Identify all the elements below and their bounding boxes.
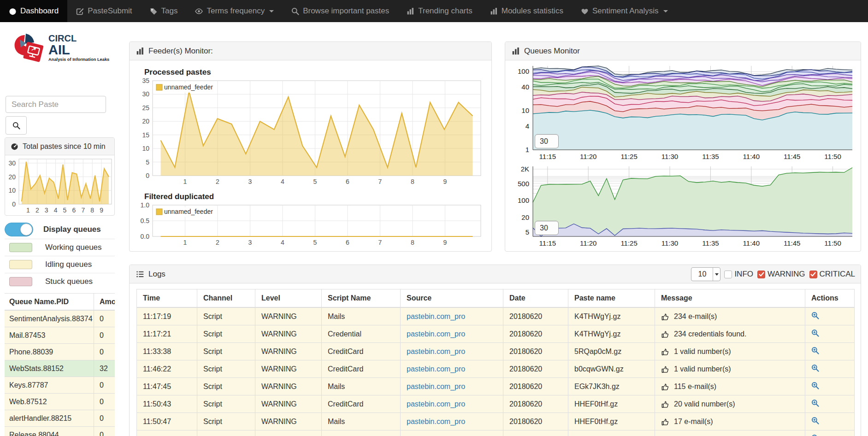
filter-label: CRITICAL [820, 270, 855, 279]
show-paste-button[interactable] [811, 417, 819, 426]
log-time: 11:51:34 [136, 430, 197, 436]
nav-item-pastesubmit[interactable]: PasteSubmit [67, 0, 141, 22]
check-icon [759, 271, 764, 277]
log-date: 20180620 [503, 325, 568, 342]
source-link[interactable]: pastebin.com_pro [407, 418, 465, 426]
critical-checkbox[interactable] [809, 271, 817, 278]
filter-info[interactable]: INFO [724, 270, 753, 279]
log-source: pastebin.com_pro [401, 395, 503, 412]
source-link[interactable]: pastebin.com_pro [407, 365, 465, 373]
log-source: pastebin.com_pro [401, 360, 503, 377]
svg-text:7: 7 [378, 239, 382, 246]
svg-text:8: 8 [90, 206, 94, 214]
caret-down-icon [269, 10, 274, 12]
svg-text:10: 10 [521, 106, 529, 114]
svg-text:11:35: 11:35 [702, 153, 719, 160]
source-link[interactable]: pastebin.com_pro [407, 330, 465, 338]
svg-text:20: 20 [142, 118, 149, 125]
show-paste-button[interactable] [811, 312, 819, 321]
queue-amount: 0 [94, 381, 104, 389]
log-channel: Script [197, 413, 255, 430]
filter-critical[interactable]: CRITICAL [809, 270, 855, 279]
svg-text:8: 8 [411, 178, 414, 185]
svg-text:10: 10 [8, 187, 16, 194]
col-header-channel: Channel [197, 289, 255, 307]
feeder-monitor-panel: Feeder(s) Monitor: Processed pastes 0510… [129, 41, 492, 252]
svg-text:1: 1 [26, 206, 30, 214]
nav-item-browse-important-pastes[interactable]: Browse important pastes [283, 0, 398, 22]
svg-text:5: 5 [313, 178, 317, 185]
svg-text:2: 2 [35, 206, 39, 214]
show-paste-button[interactable] [811, 399, 819, 409]
search-button[interactable] [6, 116, 27, 135]
nav-item-label: Dashboard [20, 6, 59, 16]
filtered-duplicated-title: Filtered duplicated [144, 192, 214, 201]
log-level: WARNING [255, 308, 322, 325]
svg-text:3: 3 [45, 206, 48, 214]
log-actions [805, 413, 855, 430]
queue-row[interactable]: WebStats.8815232 [5, 360, 115, 377]
nav-item-terms-frequency[interactable]: Terms frequency [186, 0, 283, 22]
queue-row[interactable]: Mail.874530 [5, 327, 115, 344]
legend-label: Idling queues [45, 260, 92, 269]
display-queues-row: Display queues [5, 220, 115, 239]
show-paste-button[interactable] [811, 382, 819, 391]
queue-row[interactable]: alertHandler.882150 [5, 410, 115, 427]
svg-text:0: 0 [146, 172, 149, 179]
svg-text:11:15: 11:15 [539, 239, 556, 247]
nav-item-trending-charts[interactable]: Trending charts [398, 0, 481, 22]
svg-text:7: 7 [378, 178, 382, 185]
svg-text:3: 3 [248, 178, 252, 185]
svg-text:10: 10 [142, 145, 149, 152]
source-link[interactable]: pastebin.com_pro [407, 383, 465, 391]
display-queues-toggle[interactable] [5, 223, 33, 236]
svg-text:11:50: 11:50 [824, 153, 841, 160]
queue-amount: 0 [94, 414, 104, 423]
info-checkbox[interactable] [724, 271, 732, 278]
svg-text:11:15: 11:15 [539, 153, 556, 160]
log-level: WARNING [255, 395, 322, 412]
nav-item-tags[interactable]: Tags [141, 0, 187, 22]
col-header-source: Source [401, 289, 503, 307]
queue-row[interactable]: Keys.877870 [5, 377, 115, 394]
svg-text:25: 25 [142, 104, 149, 112]
queue-row[interactable]: Web.875120 [5, 394, 115, 410]
nav-item-modules-statistics[interactable]: Modules statistics [481, 0, 572, 22]
thumbs-up-icon [661, 330, 669, 338]
source-link[interactable]: pastebin.com_pro [407, 348, 465, 356]
log-message-text: 234 e-mail(s) [674, 312, 717, 321]
log-paste-name: 5RQap0cM.gz [568, 343, 655, 360]
source-link[interactable]: pastebin.com_pro [407, 312, 465, 321]
source-link[interactable]: pastebin.com_pro [407, 400, 465, 408]
svg-text:15: 15 [142, 131, 149, 139]
show-paste-button[interactable] [811, 347, 819, 356]
show-paste-button[interactable] [811, 434, 819, 436]
nav-item-dashboard[interactable]: Dashboard [0, 0, 67, 22]
svg-text:11:30: 11:30 [661, 153, 678, 160]
search-plus-icon [811, 399, 819, 407]
queues-window-input-top[interactable]: 30 [535, 134, 559, 148]
processed-pastes-chart: 05101520253035123456789unnamed_feeder [137, 78, 484, 188]
filter-warning[interactable]: WARNING [757, 270, 805, 279]
queue-name: alertHandler.88215 [5, 410, 94, 426]
search-icon [12, 122, 20, 130]
log-date: 20180620 [503, 360, 568, 377]
log-script: Mails [322, 308, 401, 325]
svg-text:0: 0 [12, 200, 16, 208]
logo-mark [15, 34, 44, 62]
queue-name: Phone.88039 [5, 344, 94, 360]
queue-row[interactable]: Phone.880390 [5, 344, 115, 360]
svg-text:9: 9 [443, 178, 447, 185]
processed-pastes-title: Processed pastes [144, 68, 211, 77]
show-paste-button[interactable] [811, 329, 819, 339]
queue-row[interactable]: SentimentAnalysis.883740 [5, 311, 115, 327]
nav-item-sentiment-analysis[interactable]: Sentiment Analysis [572, 0, 677, 22]
warning-checkbox[interactable] [757, 271, 765, 278]
show-paste-button[interactable] [811, 364, 819, 374]
page-size-select[interactable]: 10 [691, 267, 720, 281]
bar-chart-icon [490, 7, 498, 15]
search-paste-input[interactable] [6, 96, 106, 113]
queue-row[interactable]: Release.880440 [5, 427, 115, 436]
queues-window-input-bottom[interactable]: 30 [535, 221, 559, 235]
svg-text:1: 1 [526, 146, 529, 153]
